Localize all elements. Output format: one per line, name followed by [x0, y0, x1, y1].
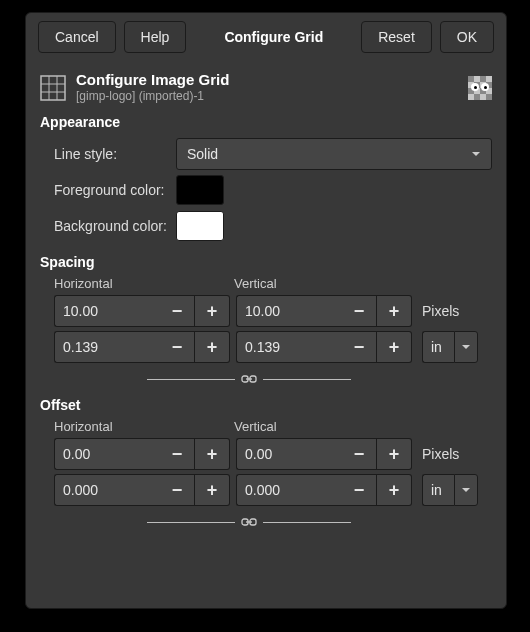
chain-link-icon[interactable] — [241, 514, 257, 530]
offset-v-unit-plus[interactable]: + — [377, 474, 412, 506]
spacing-h-pixels-plus[interactable]: + — [195, 295, 230, 327]
spacing-v-pixels-minus[interactable]: − — [342, 295, 377, 327]
offset-v-pixels-spin: 0.00 − + — [236, 438, 412, 470]
offset-section-title: Offset — [40, 397, 492, 413]
header-subtitle: [gimp-logo] (imported)-1 — [76, 89, 458, 104]
spacing-v-unit-input[interactable]: 0.139 — [236, 331, 342, 363]
spacing-pixels-unit-label: Pixels — [422, 303, 459, 319]
line-style-value: Solid — [187, 146, 218, 162]
foreground-color-well[interactable] — [176, 175, 224, 205]
offset-unit-value: in — [422, 474, 454, 506]
spacing-v-pixels-input[interactable]: 10.00 — [236, 295, 342, 327]
dialog-titlebar: Cancel Help Configure Grid Reset OK — [26, 13, 506, 61]
line-style-label: Line style: — [54, 146, 176, 162]
spacing-v-unit-plus[interactable]: + — [377, 331, 412, 363]
spacing-h-pixels-input[interactable]: 10.00 — [54, 295, 160, 327]
spacing-section-title: Spacing — [40, 254, 492, 270]
chain-link-icon[interactable] — [241, 371, 257, 387]
offset-unit-combobox[interactable]: in — [422, 474, 478, 506]
spacing-h-pixels-minus[interactable]: − — [160, 295, 195, 327]
spacing-v-pixels-spin: 10.00 − + — [236, 295, 412, 327]
offset-h-unit-spin: 0.000 − + — [54, 474, 230, 506]
header-title: Configure Image Grid — [76, 71, 458, 89]
background-color-well[interactable] — [176, 211, 224, 241]
spacing-horizontal-label: Horizontal — [54, 276, 234, 291]
appearance-section-title: Appearance — [40, 114, 492, 130]
offset-v-pixels-input[interactable]: 0.00 — [236, 438, 342, 470]
spacing-h-pixels-spin: 10.00 − + — [54, 295, 230, 327]
image-thumbnail — [468, 76, 492, 100]
spacing-unit-value: in — [422, 331, 454, 363]
cancel-button[interactable]: Cancel — [38, 21, 116, 53]
spacing-v-unit-minus[interactable]: − — [342, 331, 377, 363]
offset-h-unit-input[interactable]: 0.000 — [54, 474, 160, 506]
spacing-h-unit-input[interactable]: 0.139 — [54, 331, 160, 363]
offset-link-row — [40, 514, 444, 530]
dialog-title: Configure Grid — [214, 29, 333, 45]
offset-pixels-unit-label: Pixels — [422, 446, 459, 462]
offset-h-pixels-plus[interactable]: + — [195, 438, 230, 470]
offset-h-pixels-minus[interactable]: − — [160, 438, 195, 470]
offset-horizontal-label: Horizontal — [54, 419, 234, 434]
dialog-header: Configure Image Grid [gimp-logo] (import… — [40, 71, 492, 104]
chevron-down-icon — [454, 331, 478, 363]
offset-vertical-label: Vertical — [234, 419, 414, 434]
spacing-v-unit-spin: 0.139 − + — [236, 331, 412, 363]
spacing-unit-combobox[interactable]: in — [422, 331, 478, 363]
offset-h-unit-plus[interactable]: + — [195, 474, 230, 506]
spacing-v-pixels-plus[interactable]: + — [377, 295, 412, 327]
offset-v-pixels-minus[interactable]: − — [342, 438, 377, 470]
spacing-h-unit-spin: 0.139 − + — [54, 331, 230, 363]
chevron-down-icon — [454, 474, 478, 506]
grid-icon — [40, 75, 66, 101]
reset-button[interactable]: Reset — [361, 21, 432, 53]
help-button[interactable]: Help — [124, 21, 187, 53]
offset-v-unit-spin: 0.000 − + — [236, 474, 412, 506]
spacing-h-unit-plus[interactable]: + — [195, 331, 230, 363]
line-style-combobox[interactable]: Solid — [176, 138, 492, 170]
svg-rect-0 — [41, 76, 65, 100]
offset-v-pixels-plus[interactable]: + — [377, 438, 412, 470]
spacing-h-unit-minus[interactable]: − — [160, 331, 195, 363]
offset-h-pixels-input[interactable]: 0.00 — [54, 438, 160, 470]
offset-v-unit-input[interactable]: 0.000 — [236, 474, 342, 506]
spacing-vertical-label: Vertical — [234, 276, 414, 291]
background-color-label: Background color: — [54, 218, 176, 234]
offset-h-unit-minus[interactable]: − — [160, 474, 195, 506]
offset-h-pixels-spin: 0.00 − + — [54, 438, 230, 470]
ok-button[interactable]: OK — [440, 21, 494, 53]
configure-grid-dialog: Cancel Help Configure Grid Reset OK Conf… — [25, 12, 507, 609]
spacing-link-row — [40, 371, 444, 387]
offset-v-unit-minus[interactable]: − — [342, 474, 377, 506]
foreground-color-label: Foreground color: — [54, 182, 176, 198]
chevron-down-icon — [471, 146, 481, 162]
